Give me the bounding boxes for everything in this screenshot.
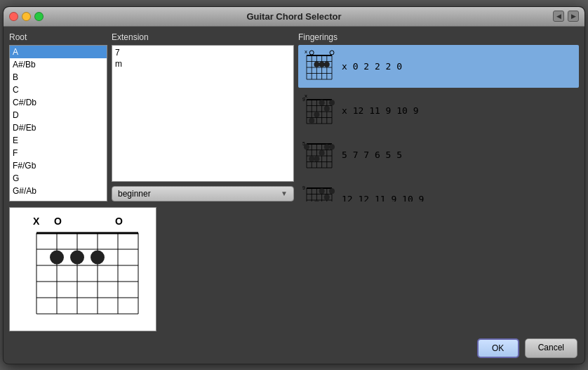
svg-point-51 bbox=[324, 144, 330, 150]
window-title: Guitar Chord Selector bbox=[246, 11, 341, 22]
ext-item-m[interactable]: m bbox=[115, 58, 290, 70]
svg-point-47 bbox=[304, 144, 309, 150]
svg-point-31 bbox=[314, 112, 319, 117]
fingering-notation-2: 5 7 7 6 5 5 bbox=[342, 150, 402, 160]
svg-point-69 bbox=[324, 194, 330, 199]
close-button[interactable] bbox=[9, 12, 18, 21]
svg-point-15 bbox=[319, 61, 325, 67]
fingering-item-0[interactable]: xx 0 2 2 2 0 bbox=[298, 45, 579, 88]
fingering-notation-1: x 12 11 9 10 9 bbox=[342, 105, 419, 116]
root-item-A[interactable]: A bbox=[10, 46, 107, 58]
svg-point-88 bbox=[91, 250, 105, 264]
window-controls bbox=[9, 12, 44, 21]
fingering-notation-3: 12 12 11 9 10 9 bbox=[342, 194, 424, 201]
title-bar-right-controls: ◀ ▶ bbox=[553, 11, 579, 22]
fingerings-label: Fingerings bbox=[298, 32, 579, 42]
lower-area: XOO OK Cancel bbox=[4, 207, 584, 364]
title-bar: Guitar Chord Selector ◀ ▶ bbox=[4, 7, 584, 27]
root-item-G[interactable]: G bbox=[10, 172, 107, 185]
dropdown-arrow-icon: ▼ bbox=[281, 190, 288, 197]
fingering-item-1[interactable]: 9xx 12 11 9 10 9 bbox=[298, 89, 579, 132]
svg-point-70 bbox=[329, 188, 335, 194]
svg-point-30 bbox=[309, 117, 314, 123]
svg-text:9: 9 bbox=[302, 185, 305, 190]
large-chord-diagram: XOO bbox=[15, 212, 149, 324]
win-ctrl-left[interactable]: ◀ bbox=[553, 11, 564, 22]
maximize-button[interactable] bbox=[34, 12, 44, 21]
svg-point-48 bbox=[309, 156, 314, 161]
root-item-C#Db[interactable]: C#/Db bbox=[10, 96, 107, 109]
root-item-B[interactable]: B bbox=[10, 71, 107, 84]
root-item-F#Gb[interactable]: F#/Gb bbox=[10, 159, 107, 172]
svg-point-16 bbox=[324, 61, 330, 67]
extension-label: Extension bbox=[112, 32, 294, 42]
extension-panel: Extension 7m bbox=[112, 32, 294, 182]
root-item-G#Ab[interactable]: G#/Ab bbox=[10, 185, 107, 197]
main-window: Guitar Chord Selector ◀ ▶ Root AA#/BbBCC… bbox=[3, 6, 585, 364]
extension-list[interactable]: 7m bbox=[112, 45, 294, 182]
ok-button[interactable]: OK bbox=[477, 338, 519, 358]
win-ctrl-right[interactable]: ▶ bbox=[568, 11, 579, 22]
svg-point-68 bbox=[319, 188, 325, 194]
root-label: Root bbox=[9, 32, 107, 42]
svg-point-67 bbox=[314, 200, 319, 201]
ext-item-7[interactable]: 7 bbox=[115, 47, 290, 58]
dropdown-value: beginner bbox=[118, 189, 151, 199]
fingering-item-2[interactable]: 55 7 7 6 5 5 bbox=[298, 133, 579, 176]
fingering-item-3[interactable]: 912 12 11 9 10 9 bbox=[298, 178, 579, 201]
svg-point-49 bbox=[314, 156, 319, 161]
svg-point-52 bbox=[329, 144, 335, 150]
root-item-C[interactable]: C bbox=[10, 84, 107, 96]
svg-text:x: x bbox=[305, 93, 307, 99]
svg-text:X: X bbox=[33, 216, 40, 227]
middle-panel: Extension 7m beginner ▼ New Delete Edit bbox=[112, 32, 294, 201]
root-list[interactable]: AA#/BbBCC#/DbDD#/EbEFF#/GbGG#/Ab bbox=[9, 45, 107, 201]
fingering-notation-0: x 0 2 2 2 0 bbox=[342, 61, 402, 72]
minimize-button[interactable] bbox=[22, 12, 31, 21]
svg-point-14 bbox=[314, 61, 319, 67]
svg-point-1 bbox=[309, 51, 314, 55]
lower-row: XOO bbox=[4, 207, 584, 336]
svg-point-87 bbox=[70, 250, 84, 264]
svg-text:O: O bbox=[54, 216, 62, 227]
root-item-F[interactable]: F bbox=[10, 147, 107, 159]
svg-point-34 bbox=[329, 100, 335, 105]
root-panel: Root AA#/BbBCC#/DbDD#/EbEFF#/GbGG#/Ab bbox=[9, 32, 107, 201]
svg-point-50 bbox=[319, 150, 325, 155]
cancel-button[interactable]: Cancel bbox=[525, 338, 577, 358]
svg-point-32 bbox=[319, 100, 325, 105]
svg-point-2 bbox=[330, 51, 334, 55]
large-diagram-panel: XOO bbox=[9, 207, 156, 331]
svg-point-86 bbox=[50, 250, 64, 264]
right-panel: Fingerings xx 0 2 2 2 09xx 12 11 9 10 95… bbox=[298, 32, 579, 201]
level-dropdown[interactable]: beginner ▼ bbox=[112, 186, 294, 201]
root-item-D[interactable]: D bbox=[10, 109, 107, 121]
root-item-E[interactable]: E bbox=[10, 134, 107, 147]
root-item-A#Bb[interactable]: A#/Bb bbox=[10, 58, 107, 71]
svg-text:x: x bbox=[305, 48, 307, 55]
fingerings-list: xx 0 2 2 2 09xx 12 11 9 10 955 7 7 6 5 5… bbox=[298, 45, 579, 201]
svg-point-33 bbox=[324, 105, 330, 111]
root-item-D#Eb[interactable]: D#/Eb bbox=[10, 121, 107, 134]
bottom-buttons: OK Cancel bbox=[4, 336, 584, 364]
svg-text:O: O bbox=[115, 216, 123, 227]
